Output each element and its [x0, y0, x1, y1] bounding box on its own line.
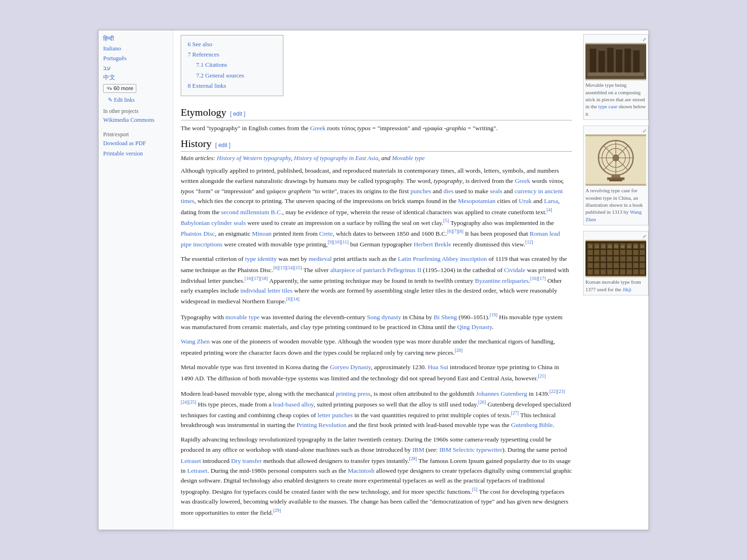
roman-lead-link[interactable]: Roman lead pipe inscriptions — [181, 230, 560, 247]
type-case-link[interactable]: type case — [599, 104, 618, 109]
macintosh-link[interactable]: Macintosh — [348, 467, 374, 474]
qing-dynasty-link[interactable]: Qing Dynasty — [457, 323, 492, 330]
svg-rect-48 — [588, 263, 593, 268]
letraset-link-2[interactable]: Letraset — [187, 467, 207, 474]
svg-text:바: 바 — [621, 245, 624, 248]
gutenberg-link[interactable]: Johannes Gutenberg — [476, 390, 528, 397]
uruk-link[interactable]: Uruk — [519, 197, 532, 204]
image-caption-3: Korean movable type from 1377 used for t… — [585, 279, 646, 293]
toc-item-7[interactable]: 7 References — [188, 49, 276, 60]
bi-sheng-link[interactable]: Bi Sheng — [434, 313, 457, 320]
mesopotamian-link[interactable]: Mesopotamian — [458, 197, 495, 204]
seals-link[interactable]: seals — [490, 188, 502, 195]
letter-punches-link[interactable]: letter punches — [317, 411, 352, 418]
letter-tiles-link[interactable]: individual letter tiles — [240, 287, 293, 294]
ibm-link[interactable]: IBM — [412, 446, 424, 453]
printing-press-link[interactable]: printing press — [336, 390, 371, 397]
jikji-link[interactable]: Jikji — [622, 287, 631, 292]
lead-alloy-link[interactable]: lead-based alloy — [273, 400, 314, 407]
brekle-link[interactable]: Herbert Brekle — [414, 240, 451, 247]
babylonian-link[interactable]: Babylonian cylinder seals — [181, 219, 246, 226]
latin-inscription-link[interactable]: Latin Pruefening Abbey inscription — [398, 255, 487, 262]
byzantine-link[interactable]: Byzantine reliquaries — [475, 277, 529, 284]
toc-item-7-2[interactable]: 7.2 General sources — [188, 70, 276, 81]
sidebar-lang-chinese[interactable]: 中文 — [99, 73, 173, 83]
svg-rect-3 — [607, 48, 613, 75]
image-caption-2: A revolving type case for wooden type in… — [585, 187, 646, 223]
cividale-link[interactable]: Cividale — [504, 266, 526, 273]
crete-link[interactable]: Crete — [319, 230, 333, 237]
song-dynasty-link[interactable]: Song dynasty — [367, 313, 401, 320]
minoan-link[interactable]: Minoan — [252, 230, 272, 237]
currency-link[interactable]: currency in ancient times — [181, 188, 563, 205]
edit-links-link[interactable]: ✎ Edit links — [103, 95, 168, 105]
svg-text:사: 사 — [627, 245, 631, 248]
toc-item-6[interactable]: 6 See also — [188, 39, 276, 49]
western-typography-link[interactable]: History of Western typography — [217, 154, 291, 161]
hua-sui-link[interactable]: Hua Sui — [428, 364, 448, 371]
dry-transfer-link[interactable]: Dry transfer — [231, 457, 262, 464]
expand-icon-3[interactable]: ⤢ — [642, 233, 646, 240]
dies-link[interactable]: dies — [444, 188, 454, 195]
svg-rect-1 — [590, 49, 596, 75]
svg-rect-40 — [594, 257, 599, 262]
greek-link[interactable]: Greek — [310, 125, 325, 132]
ibm-selectric-link[interactable]: IBM Selectric typewriter — [439, 446, 502, 453]
history-para-7: Rapidly advancing technology revolutioni… — [181, 434, 572, 517]
sidebar-lang-hindi[interactable]: हिन्दी — [99, 34, 173, 44]
type-identity-link[interactable]: type identity — [245, 255, 277, 262]
greek-link-2[interactable]: Greek — [515, 177, 530, 184]
goryeo-link[interactable]: Goryeo Dynasty — [330, 364, 371, 371]
svg-rect-6 — [633, 50, 640, 75]
wang-zhen-link[interactable]: Wang Zhen — [181, 338, 210, 345]
altarpiece-link[interactable]: altarpiece of patriarch Pellegrinus II — [330, 266, 421, 273]
history-para-2: The essential criterion of type identity… — [181, 254, 572, 306]
image-box-3: ⤢ — [583, 231, 648, 295]
svg-rect-57 — [588, 269, 593, 274]
etymology-edit-link[interactable]: [ edit ] — [230, 111, 246, 117]
sidebar-lang-hebrew[interactable]: עב — [99, 63, 173, 73]
table-of-contents: 6 See also 7 References 7.1 Citations 7.… — [181, 35, 283, 96]
gutenberg-bible-link[interactable]: Gutenberg Bible — [511, 421, 553, 428]
etymology-text: The word "typography" in English comes f… — [181, 123, 572, 133]
svg-rect-56 — [640, 263, 645, 268]
svg-rect-31 — [594, 250, 599, 255]
svg-rect-36 — [627, 250, 632, 255]
expand-icon-1[interactable]: ⤢ — [642, 36, 646, 43]
sidebar-lang-italiano[interactable]: Italiano — [99, 44, 173, 54]
download-pdf-link[interactable]: Download as PDF — [99, 138, 173, 148]
svg-rect-49 — [594, 263, 599, 268]
medieval-link[interactable]: medieval — [309, 255, 331, 262]
svg-rect-62 — [620, 269, 625, 274]
image-placeholder-3: 가 나 다 라 마 바 사 아 자 — [585, 240, 646, 277]
movable-type-link-2[interactable]: movable type — [226, 313, 260, 320]
svg-rect-55 — [633, 263, 638, 268]
printable-version-link[interactable]: Printable version — [99, 148, 173, 159]
east-asia-typography-link[interactable]: History of typography in East Asia — [294, 154, 379, 161]
wikimedia-commons-link[interactable]: Wikimedia Commons — [99, 115, 173, 125]
second-millennium-link[interactable]: second millennium B.C. — [221, 208, 282, 215]
history-para-6: Modern lead-based movable type, along wi… — [181, 388, 572, 430]
svg-rect-58 — [594, 269, 599, 274]
wang-zhen-caption-link[interactable]: Wang Zhen — [585, 209, 642, 222]
toc-item-7-1[interactable]: 7.1 Citations — [188, 60, 276, 70]
svg-rect-7 — [588, 72, 644, 76]
main-content: 6 See also 7 References 7.1 Citations 7.… — [173, 30, 579, 529]
expand-icon-2[interactable]: ⤢ — [642, 128, 646, 134]
svg-rect-5 — [625, 49, 631, 75]
svg-text:다: 다 — [602, 245, 605, 248]
larsa-link[interactable]: Larsa — [544, 197, 558, 204]
wiki-window: हिन्दी Italiano Português עב 中文 ৭৯ 60 mo… — [98, 30, 649, 530]
svg-rect-32 — [601, 250, 606, 255]
movable-type-link[interactable]: Movable type — [392, 154, 424, 161]
more-languages-button[interactable]: ৭৯ 60 more — [103, 84, 136, 93]
punches-link[interactable]: punches — [410, 188, 431, 195]
svg-rect-43 — [613, 257, 619, 262]
phaistos-link[interactable]: Phaistos Disc — [181, 230, 215, 237]
letraset-link[interactable]: Letraset — [181, 457, 201, 464]
sidebar-lang-portugues[interactable]: Português — [99, 54, 173, 63]
printing-revolution-link[interactable]: Printing Revolution — [296, 421, 346, 428]
history-edit-link[interactable]: [ edit ] — [215, 142, 231, 148]
svg-rect-61 — [613, 269, 619, 274]
toc-item-8[interactable]: 8 External links — [188, 81, 276, 91]
